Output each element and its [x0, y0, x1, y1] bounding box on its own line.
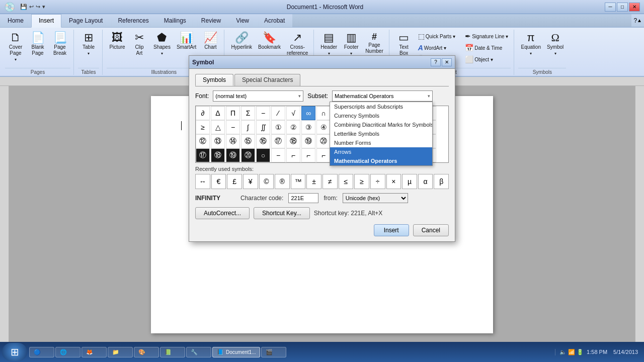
- close-btn[interactable]: ✕: [629, 3, 640, 12]
- recent-sym-14[interactable]: α: [418, 174, 433, 189]
- sym-c14[interactable]: ⑭: [226, 134, 240, 148]
- subset-opt-arrows[interactable]: Arrows: [330, 147, 432, 156]
- save-quick-btn[interactable]: 💾: [20, 4, 27, 10]
- sym-minus[interactable]: −: [256, 106, 270, 120]
- subset-opt-currency[interactable]: Currency Symbols: [330, 111, 432, 120]
- sym-d-circ[interactable]: ○: [256, 148, 270, 162]
- cover-page-btn[interactable]: 🗋 CoverPage ▾: [5, 31, 26, 63]
- taskbar-paint-btn[interactable]: 🎨: [134, 347, 159, 357]
- recent-sym-0[interactable]: ↔: [195, 174, 210, 189]
- sym-c15[interactable]: ⑮: [241, 134, 255, 148]
- sym-r2int2[interactable]: ∬: [256, 120, 270, 134]
- recent-sym-10[interactable]: ≥: [354, 174, 369, 189]
- subset-dropdown[interactable]: Superscripts and Subscripts Currency Sym…: [330, 102, 433, 166]
- sym-d20[interactable]: ⑳: [241, 148, 255, 162]
- sym-c13[interactable]: ⑬: [211, 134, 225, 148]
- picture-btn[interactable]: 🖼 Picture: [107, 31, 128, 52]
- recent-sym-11[interactable]: ÷: [370, 174, 385, 189]
- taskbar-firefox-btn[interactable]: 🦊: [82, 347, 107, 357]
- minimize-btn[interactable]: ─: [605, 3, 616, 12]
- sym-r4c7[interactable]: ⌐: [286, 148, 300, 162]
- recent-sym-4[interactable]: ©: [259, 174, 274, 189]
- taskbar-chrome-btn[interactable]: 🌐: [55, 347, 80, 357]
- sym-pi[interactable]: Π: [226, 106, 240, 120]
- sym-integral[interactable]: ∫: [241, 120, 255, 134]
- recent-sym-2[interactable]: £: [227, 174, 242, 189]
- dialog-help-btn[interactable]: ?: [431, 58, 441, 66]
- sym-c19[interactable]: ⑲: [301, 134, 315, 148]
- sym-d17[interactable]: ⑰: [196, 148, 210, 162]
- tab-insert[interactable]: Insert: [31, 14, 61, 28]
- taskbar-task-btn[interactable]: 🔧: [186, 347, 211, 357]
- sym-c18[interactable]: ⑱: [286, 134, 300, 148]
- smartart-btn[interactable]: 📊 SmartArt: [174, 31, 199, 52]
- sym-circle4[interactable]: ④: [316, 120, 331, 134]
- sym-partial[interactable]: ∂: [196, 106, 210, 120]
- symbol-dialog-titlebar[interactable]: Symbol ? ✕: [189, 56, 455, 69]
- date-time-btn[interactable]: 📅 Date & Time: [462, 42, 511, 53]
- sym-c12[interactable]: ⑫: [196, 134, 210, 148]
- sym-geq[interactable]: ≥: [196, 120, 210, 134]
- subset-select[interactable]: Mathematical Operators ▾: [332, 90, 433, 102]
- sym-c17[interactable]: ⑰: [271, 134, 285, 148]
- taskbar-word-btn[interactable]: 📘 Document1...: [212, 347, 260, 357]
- taskbar-excel-btn[interactable]: 📗: [160, 347, 185, 357]
- clip-art-btn[interactable]: ✂ ClipArt: [129, 31, 150, 58]
- sym-r1c9[interactable]: ∩: [316, 106, 331, 120]
- redo-quick-btn[interactable]: ↪: [36, 4, 40, 10]
- quick-parts-btn[interactable]: ⬚ Quick Parts ▾: [416, 31, 458, 42]
- sym-circle2[interactable]: ②: [286, 120, 300, 134]
- header-btn[interactable]: ▤ Header ▾: [318, 31, 340, 57]
- cancel-btn[interactable]: Cancel: [413, 224, 449, 236]
- sym-infinity[interactable]: ∞: [301, 106, 315, 120]
- shortcut-key-btn[interactable]: Shortcut Key...: [254, 207, 310, 219]
- tab-symbols[interactable]: Symbols: [195, 74, 233, 86]
- wordart-btn[interactable]: A WordArt ▾: [416, 42, 458, 53]
- sym-sigma[interactable]: Σ: [241, 106, 255, 120]
- sym-c16[interactable]: ⑯: [256, 134, 270, 148]
- subset-opt-numberforms[interactable]: Number Forms: [330, 138, 432, 147]
- symbol-btn[interactable]: Ω Symbol ▾: [544, 31, 566, 57]
- recent-sym-15[interactable]: β: [434, 174, 449, 189]
- sym-delta[interactable]: Δ: [211, 106, 225, 120]
- hyperlink-btn[interactable]: 🔗 Hyperlink: [228, 31, 255, 52]
- char-from-select[interactable]: Unicode (hex) ASCII (decimal) ASCII (hex…: [343, 193, 408, 203]
- footer-btn[interactable]: ▥ Footer ▾: [341, 31, 362, 57]
- tab-review[interactable]: Review: [194, 14, 228, 27]
- tab-page-layout[interactable]: Page Layout: [61, 14, 110, 27]
- sym-d19[interactable]: ⑲: [226, 148, 240, 162]
- subset-opt-mathops[interactable]: Mathematical Operators: [330, 156, 432, 165]
- recent-sym-7[interactable]: ±: [306, 174, 321, 189]
- sym-r2minus[interactable]: −: [226, 120, 240, 134]
- object-btn[interactable]: ⬜ Object ▾: [462, 54, 511, 65]
- taskbar-ie-btn[interactable]: 🔵: [29, 347, 54, 357]
- subset-opt-combining[interactable]: Combining Diacritical Marks for Symbols: [330, 120, 432, 129]
- tab-view[interactable]: View: [228, 14, 257, 27]
- undo-quick-btn[interactable]: ↩: [29, 4, 34, 10]
- taskbar-media-btn[interactable]: 🎬: [261, 347, 286, 357]
- shapes-btn[interactable]: ⬟ Shapes ▾: [151, 31, 173, 57]
- subset-opt-superscripts[interactable]: Superscripts and Subscripts: [330, 102, 432, 111]
- table-btn[interactable]: ⊞ Table ▾: [78, 31, 99, 57]
- sym-triangle[interactable]: △: [211, 120, 225, 134]
- subset-opt-letterlike[interactable]: Letterlike Symbols: [330, 129, 432, 138]
- autocorrect-btn[interactable]: AutoCorrect...: [195, 207, 250, 219]
- tab-home[interactable]: Home: [0, 14, 31, 27]
- sym-r4c6[interactable]: −: [271, 148, 285, 162]
- recent-sym-9[interactable]: ≤: [339, 174, 354, 189]
- recent-sym-3[interactable]: ¥: [243, 174, 258, 189]
- sym-slash[interactable]: ∕: [271, 106, 285, 120]
- recent-sym-13[interactable]: µ: [402, 174, 417, 189]
- sym-c20[interactable]: ⑳: [316, 134, 331, 148]
- font-select[interactable]: (normal text) ▾: [213, 90, 303, 102]
- equation-btn[interactable]: π Equation ▾: [518, 31, 543, 57]
- maximize-btn[interactable]: □: [617, 3, 628, 12]
- recent-sym-1[interactable]: €: [211, 174, 226, 189]
- recent-sym-8[interactable]: ≠: [323, 174, 338, 189]
- recent-sym-6[interactable]: ™: [291, 174, 306, 189]
- insert-btn[interactable]: Insert: [374, 224, 409, 236]
- bookmark-btn[interactable]: 🔖 Bookmark: [256, 31, 283, 52]
- dialog-close-btn[interactable]: ✕: [442, 58, 452, 66]
- tab-acrobat[interactable]: Acrobat: [257, 14, 292, 27]
- sym-circle3[interactable]: ③: [301, 120, 315, 134]
